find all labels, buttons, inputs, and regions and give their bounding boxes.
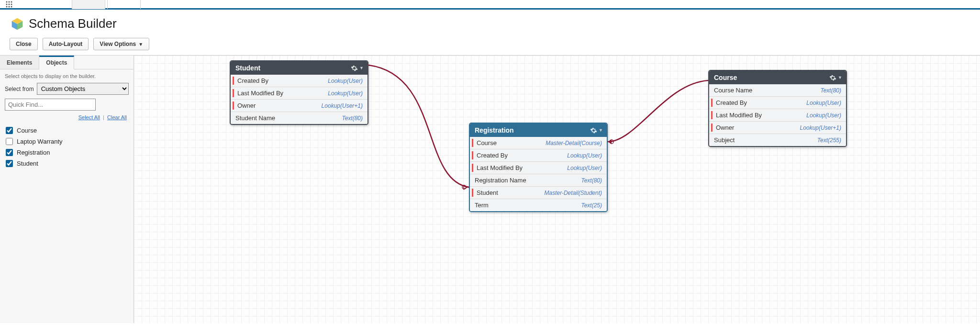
- field-row[interactable]: StudentMaster-Detail(Student): [470, 187, 607, 199]
- top-tab-active[interactable]: [72, 0, 105, 9]
- object-label: Student: [17, 160, 38, 167]
- field-type: Lookup(User+1): [800, 124, 841, 131]
- field-type: Lookup(User): [567, 152, 602, 159]
- gear-icon: [829, 74, 836, 81]
- node-course-header[interactable]: Course ▼: [709, 71, 846, 84]
- page-header: Schema Builder: [0, 10, 980, 35]
- field-type: Text(255): [817, 137, 841, 144]
- object-list-item: Student: [5, 158, 129, 169]
- object-list-item: Laptop Warranty: [5, 136, 129, 147]
- field-type: Text(80): [581, 177, 602, 184]
- field-type: Text(80): [342, 115, 363, 122]
- gear-icon: [590, 127, 597, 134]
- object-checkbox[interactable]: [6, 138, 13, 145]
- svg-point-2: [11, 1, 12, 2]
- field-name: Course: [477, 139, 497, 147]
- svg-point-8: [11, 6, 12, 7]
- field-name: Student: [477, 189, 498, 196]
- page-title: Schema Builder: [29, 16, 117, 31]
- node-student[interactable]: Student ▼ Created ByLookup(User)Last Mod…: [230, 60, 368, 125]
- node-registration-title: Registration: [475, 126, 514, 134]
- field-type: Lookup(User+1): [322, 102, 363, 109]
- field-row[interactable]: Created ByLookup(User): [470, 149, 607, 162]
- field-type: Lookup(User): [328, 90, 363, 97]
- schema-builder-icon: [11, 17, 24, 31]
- select-links: Select All | Clear All: [5, 111, 129, 125]
- node-student-header[interactable]: Student ▼: [231, 61, 368, 75]
- field-name: Subject: [714, 136, 735, 144]
- field-type: Text(80): [820, 87, 841, 94]
- field-row[interactable]: Created ByLookup(User): [709, 97, 846, 109]
- node-registration-menu[interactable]: ▼: [590, 127, 603, 134]
- field-name: Last Modified By: [716, 112, 762, 119]
- field-row[interactable]: OwnerLookup(User+1): [709, 122, 846, 134]
- svg-point-1: [9, 1, 10, 2]
- field-row[interactable]: SubjectText(255): [709, 134, 846, 146]
- field-name: Registration Name: [475, 177, 526, 184]
- toolbar: Close Auto-Layout View Options ▼: [0, 35, 980, 55]
- canvas[interactable]: Student ▼ Created ByLookup(User)Last Mod…: [134, 56, 980, 323]
- field-name: Owner: [716, 124, 734, 131]
- field-row[interactable]: Registration NameText(80): [470, 174, 607, 187]
- node-student-title: Student: [235, 64, 260, 72]
- field-row[interactable]: Last Modified ByLookup(User): [470, 162, 607, 174]
- object-checkbox[interactable]: [6, 127, 13, 134]
- quick-find-input[interactable]: [5, 99, 96, 111]
- svg-point-0: [6, 1, 8, 2]
- clear-all-link[interactable]: Clear All: [107, 114, 127, 120]
- svg-point-3: [6, 3, 8, 5]
- app-top-strip: [0, 0, 980, 10]
- field-type: Master-Detail(Student): [545, 190, 602, 196]
- field-type: Lookup(User): [328, 78, 363, 84]
- field-row[interactable]: OwnerLookup(User+1): [231, 100, 368, 112]
- field-name: Created By: [237, 77, 268, 84]
- view-options-button[interactable]: View Options ▼: [93, 38, 149, 50]
- top-tab-2[interactable]: [107, 0, 141, 9]
- field-row[interactable]: CourseMaster-Detail(Course): [470, 137, 607, 149]
- app-launcher-icon[interactable]: [6, 1, 12, 8]
- node-course-title: Course: [714, 74, 737, 81]
- node-registration[interactable]: Registration ▼ CourseMaster-Detail(Cours…: [469, 123, 608, 212]
- sidebar-tabs: Elements Objects: [0, 56, 134, 69]
- svg-point-6: [6, 6, 8, 7]
- node-registration-header[interactable]: Registration ▼: [470, 124, 607, 137]
- object-checkbox[interactable]: [6, 149, 13, 156]
- tab-objects[interactable]: Objects: [39, 56, 74, 69]
- object-label: Registration: [17, 149, 50, 156]
- object-list: CourseLaptop WarrantyRegistrationStudent: [5, 125, 129, 169]
- field-name: Student Name: [235, 114, 275, 122]
- field-name: Created By: [716, 99, 747, 106]
- field-name: Term: [475, 202, 489, 209]
- view-options-label: View Options: [100, 41, 136, 47]
- gear-icon: [351, 65, 358, 72]
- object-label: Laptop Warranty: [17, 138, 63, 145]
- svg-point-4: [9, 3, 10, 5]
- field-row[interactable]: Last Modified ByLookup(User): [709, 109, 846, 122]
- field-type: Lookup(User): [567, 165, 602, 171]
- node-course[interactable]: Course ▼ Course NameText(80)Created ByLo…: [708, 70, 847, 147]
- sidebar-help-text: Select objects to display on the builder…: [5, 73, 129, 79]
- node-course-menu[interactable]: ▼: [829, 74, 842, 81]
- auto-layout-button[interactable]: Auto-Layout: [43, 38, 89, 50]
- close-button[interactable]: Close: [10, 38, 38, 50]
- field-row[interactable]: Student NameText(80): [231, 112, 368, 124]
- caret-down-icon: ▼: [138, 42, 143, 47]
- svg-point-12: [462, 185, 466, 189]
- object-label: Course: [17, 127, 37, 134]
- field-row[interactable]: TermText(25): [470, 199, 607, 211]
- field-type: Master-Detail(Course): [546, 140, 602, 147]
- tab-elements[interactable]: Elements: [0, 56, 39, 69]
- field-name: Owner: [237, 102, 256, 109]
- select-from-row: Select from Custom Objects: [5, 83, 129, 95]
- field-row[interactable]: Created ByLookup(User): [231, 75, 368, 87]
- caret-down-icon: ▼: [599, 128, 603, 133]
- sidebar: Elements Objects Select objects to displ…: [0, 56, 134, 323]
- select-from-label: Select from: [5, 86, 34, 92]
- field-row[interactable]: Course NameText(80): [709, 84, 846, 97]
- field-type: Text(25): [581, 202, 602, 209]
- object-checkbox[interactable]: [6, 160, 13, 167]
- field-row[interactable]: Last Modified ByLookup(User): [231, 87, 368, 100]
- select-all-link[interactable]: Select All: [78, 114, 100, 120]
- select-from-dropdown[interactable]: Custom Objects: [37, 83, 129, 95]
- node-student-menu[interactable]: ▼: [351, 65, 364, 72]
